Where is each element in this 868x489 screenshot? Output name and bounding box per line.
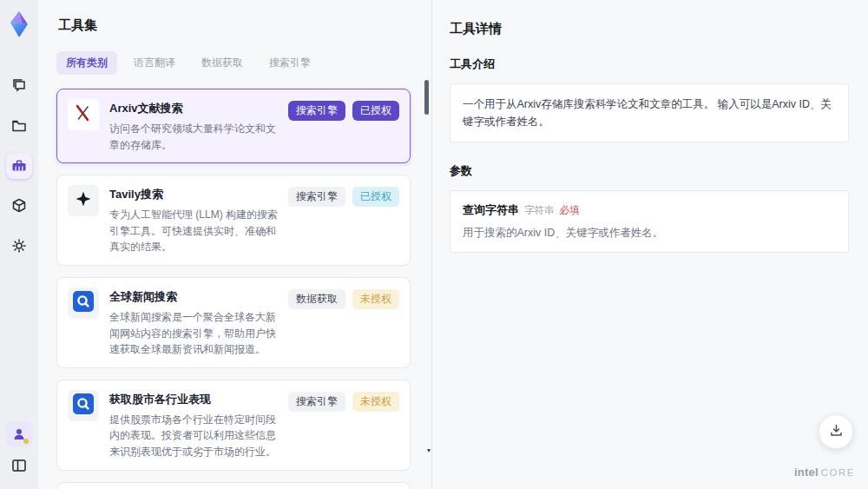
param-required-badge: 必填: [560, 204, 580, 217]
tool-card-body: Tavily搜索 专为人工智能代理 (LLM) 构建的搜索引擎工具。可快速提供实…: [109, 185, 278, 255]
arxiv-icon: [74, 103, 93, 126]
briefcase-icon: [10, 157, 28, 175]
tool-card[interactable]: Arxiv文献搜索 访问各个研究领域大量科学论文和文章的存储库。 搜索引擎 已授…: [56, 89, 411, 163]
tool-badges: 搜索引擎 未授权: [288, 390, 399, 460]
sidebar-toggle[interactable]: [6, 453, 32, 479]
search-app-icon: [72, 290, 95, 316]
brand-intel-text: intel: [794, 466, 819, 479]
sparkle-icon: [75, 190, 92, 211]
param-header: 查询字符串 字符串 必填: [463, 202, 836, 218]
tool-name: 获取股市各行业表现: [109, 392, 278, 407]
category-badge: 数据获取: [288, 289, 345, 309]
tool-card-body: 全球新闻搜索 全球新闻搜索是一个聚合全球各大新闻网站内容的搜索引擎，帮助用户快速…: [109, 287, 278, 358]
category-tab-0[interactable]: 所有类别: [56, 51, 117, 75]
download-icon: [829, 423, 844, 441]
scrollbar-down-caret[interactable]: ▾: [427, 446, 431, 454]
page-title: 工具集: [58, 17, 418, 34]
tool-card-body: 获取股市各行业表现 提供股票市场各个行业在特定时间段内的表现。投资者可以利用这些…: [109, 390, 278, 460]
tool-icon-box: [68, 185, 99, 216]
tool-name: Arxiv文献搜索: [109, 101, 278, 116]
tool-badges: 搜索引擎 已授权: [288, 99, 399, 153]
tool-card-body: Arxiv文献搜索 访问各个研究领域大量科学论文和文章的存储库。: [109, 99, 278, 153]
tool-detail-panel: 工具详情 工具介绍 一个用于从Arxiv存储库搜索科学论文和文章的工具。 输入可…: [432, 0, 868, 489]
gear-icon: [10, 237, 28, 254]
sidebar-item-packages[interactable]: [6, 193, 32, 219]
category-tab-3[interactable]: 搜索引擎: [260, 51, 320, 75]
status-badge: 未授权: [352, 392, 399, 412]
tool-icon-box: [68, 287, 99, 319]
app-logo: [5, 9, 33, 40]
tool-card[interactable]: 全球新闻搜索 全球新闻搜索是一个聚合全球各大新闻网站内容的搜索引擎，帮助用户快速…: [56, 277, 411, 368]
chat-icon: [10, 77, 28, 95]
tool-card[interactable]: 获取市场最活跃股票信息 提供当天交易量最高的股票列表，投资者可以利用这些信息来识…: [56, 482, 411, 489]
status-badge: 已授权: [352, 187, 399, 207]
category-tab-1[interactable]: 语言翻译: [124, 51, 185, 75]
tool-list: Arxiv文献搜索 访问各个研究领域大量科学论文和文章的存储库。 搜索引擎 已授…: [56, 89, 418, 489]
detail-title: 工具详情: [450, 21, 849, 37]
category-badge: 搜索引擎: [288, 187, 345, 207]
folder-icon: [10, 117, 28, 135]
list-scrollbar[interactable]: ▾: [424, 78, 429, 479]
category-tab-2[interactable]: 数据获取: [192, 51, 253, 75]
category-tabs: 所有类别语言翻译数据获取搜索引擎: [56, 51, 418, 75]
sidebar-item-chat[interactable]: [6, 73, 32, 99]
tool-icon-box: [68, 99, 99, 130]
tool-badges: 搜索引擎 已授权: [288, 185, 399, 255]
tool-card[interactable]: 获取股市各行业表现 提供股票市场各个行业在特定时间段内的表现。投资者可以利用这些…: [56, 380, 411, 471]
category-badge: 搜索引擎: [288, 392, 345, 412]
tool-description: 访问各个研究领域大量科学论文和文章的存储库。: [109, 121, 278, 153]
category-badge: 搜索引擎: [288, 101, 345, 121]
params-heading: 参数: [450, 163, 849, 179]
panel-toggle-icon: [10, 457, 28, 474]
param-description: 用于搜索的Arxiv ID、关键字或作者姓名。: [463, 226, 836, 241]
tool-badges: 数据获取 未授权: [288, 287, 399, 358]
tool-name: 全球新闻搜索: [109, 289, 278, 305]
param-name: 查询字符串: [463, 202, 519, 218]
status-badge: 已授权: [352, 101, 399, 121]
intro-box: 一个用于从Arxiv存储库搜索科学论文和文章的工具。 输入可以是Arxiv ID…: [450, 83, 849, 142]
brand-core-text: core: [821, 467, 855, 478]
intro-text: 一个用于从Arxiv存储库搜索科学论文和文章的工具。 输入可以是Arxiv ID…: [463, 96, 836, 130]
intro-heading: 工具介绍: [450, 56, 849, 72]
sidebar-item-files[interactable]: [6, 113, 32, 139]
search-app-icon: [72, 393, 95, 419]
download-button[interactable]: [819, 414, 853, 449]
tool-name: Tavily搜索: [109, 187, 278, 202]
cube-icon: [10, 197, 28, 215]
tool-description: 全球新闻搜索是一个聚合全球各大新闻网站内容的搜索引擎，帮助用户快速获取全球最新资…: [109, 309, 278, 358]
tool-icon-box: [68, 390, 99, 421]
sidebar-item-account[interactable]: [6, 421, 32, 447]
param-box: 查询字符串 字符串 必填 用于搜索的Arxiv ID、关键字或作者姓名。: [450, 190, 849, 253]
icon-rail: [0, 0, 38, 489]
param-type: 字符串: [524, 204, 555, 217]
sidebar-item-settings[interactable]: [6, 233, 32, 259]
tool-description: 提供股票市场各个行业在特定时间段内的表现。投资者可以利用这些信息来识别表现优于或…: [109, 412, 278, 460]
tool-description: 专为人工智能代理 (LLM) 构建的搜索引擎工具。可快速提供实时、准确和真实的结…: [109, 207, 278, 255]
user-status-dot: [23, 439, 29, 444]
intel-core-logo: intel core: [794, 466, 855, 479]
main-content: 工具集 所有类别语言翻译数据获取搜索引擎 Arxiv文献搜索 访问各个研究领域大…: [38, 0, 868, 489]
tool-list-panel: 工具集 所有类别语言翻译数据获取搜索引擎 Arxiv文献搜索 访问各个研究领域大…: [38, 0, 431, 489]
sidebar-item-tools[interactable]: [6, 153, 32, 179]
scrollbar-thumb[interactable]: [424, 80, 429, 115]
status-badge: 未授权: [352, 289, 399, 309]
tool-card[interactable]: Tavily搜索 专为人工智能代理 (LLM) 构建的搜索引擎工具。可快速提供实…: [56, 175, 411, 266]
